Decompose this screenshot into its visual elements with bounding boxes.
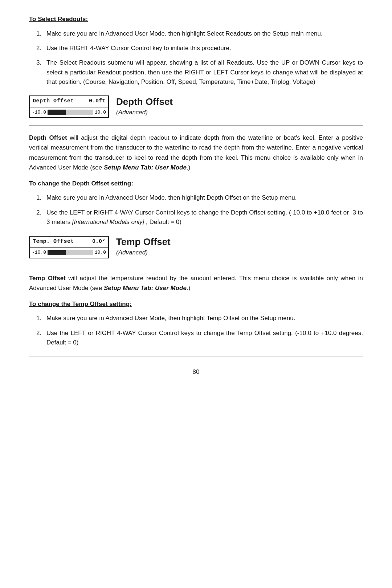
divider-after-temp-widget (29, 266, 363, 266)
depth-offset-widget-row: Depth Offset 0.0ft -10.0 10.0 Depth Offs… (29, 95, 363, 118)
list-num: 1. (36, 193, 46, 203)
change-temp-offset-heading: To change the Temp Offset setting: (29, 299, 363, 309)
temp-offset-slider-left: -10.0 (32, 249, 46, 256)
page-content: To Select Readouts: 1. Make sure you are… (29, 15, 363, 377)
temp-offset-slider-right: 10.0 (95, 249, 106, 256)
divider-after-depth-widget (29, 125, 363, 126)
temp-offset-title-col: Temp Offset (Advanced) (116, 237, 171, 257)
temp-offset-large-title: Temp Offset (116, 237, 171, 247)
list-item: 3. The Select Readouts submenu will appe… (29, 58, 363, 87)
depth-offset-subtitle: (Advanced) (116, 108, 173, 117)
list-num: 2. (36, 208, 46, 217)
list-num: 1. (36, 314, 46, 323)
depth-offset-slider-right: 10.0 (95, 109, 106, 116)
change-temp-offset-section: To change the Temp Offset setting: 1. Ma… (29, 299, 363, 348)
list-item: 1. Make sure you are in Advanced User Mo… (29, 193, 363, 203)
depth-offset-slider-filled (48, 110, 66, 115)
list-num: 2. (36, 328, 46, 338)
depth-offset-title-row: Depth Offset 0.0ft (30, 96, 108, 107)
depth-offset-step2-after: , Default = 0) (146, 219, 181, 225)
list-text: Make sure you are in Advanced User Mode,… (46, 193, 297, 203)
temp-offset-desc-text: will adjust the temperature readout by t… (29, 275, 363, 291)
depth-offset-bold-label: Depth Offset (29, 134, 67, 141)
list-text: Use the LEFT or RIGHT 4-WAY Cursor Contr… (46, 208, 363, 227)
depth-offset-slider-row: -10.0 10.0 (30, 107, 108, 118)
list-text: Use the RIGHT 4-WAY Cursor Control key t… (46, 44, 231, 53)
depth-offset-large-title: Depth Offset (116, 97, 173, 107)
list-text: Make sure you are in Advanced User Mode,… (46, 314, 295, 323)
temp-offset-slider-bar (48, 250, 93, 255)
temp-offset-slider-bar-container (48, 249, 93, 256)
temp-offset-widget-row: Temp. Offset 0.0° -10.0 10.0 Temp Offset… (29, 236, 363, 258)
list-item: 1. Make sure you are in Advanced User Mo… (29, 314, 363, 323)
change-depth-offset-section: To change the Depth Offset setting: 1. M… (29, 179, 363, 227)
depth-offset-widget: Depth Offset 0.0ft -10.0 10.0 (29, 95, 109, 118)
temp-offset-italic-ref: Setup Menu Tab: User Mode (104, 285, 187, 291)
temp-offset-description: Temp Offset will adjust the temperature … (29, 273, 363, 293)
depth-offset-italic-ref: Setup Menu Tab: User Mode (104, 164, 187, 171)
depth-offset-step2-italic: [International Models only] (72, 219, 144, 225)
list-num: 2. (36, 44, 46, 53)
temp-offset-bold-label: Temp Offset (29, 275, 66, 282)
temp-offset-title-row: Temp. Offset 0.0° (30, 237, 108, 248)
depth-offset-slider-bar (48, 110, 93, 115)
depth-offset-slider-left: -10.0 (32, 109, 46, 116)
list-item: 2. Use the RIGHT 4-WAY Cursor Control ke… (29, 44, 363, 53)
change-depth-offset-list: 1. Make sure you are in Advanced User Mo… (29, 193, 363, 227)
temp-offset-slider-filled (48, 250, 66, 255)
list-item: 1. Make sure you are in Advanced User Mo… (29, 29, 363, 38)
change-depth-offset-heading: To change the Depth Offset setting: (29, 179, 363, 188)
list-item: 2. Use the LEFT or RIGHT 4-WAY Cursor Co… (29, 328, 363, 348)
change-temp-offset-list: 1. Make sure you are in Advanced User Mo… (29, 314, 363, 347)
temp-offset-widget-title: Temp. Offset (33, 238, 74, 246)
depth-offset-description: Depth Offset will adjust the digital dep… (29, 133, 363, 172)
temp-offset-widget-value: 0.0° (92, 238, 105, 246)
list-num: 3. (36, 58, 46, 68)
select-readouts-section: To Select Readouts: 1. Make sure you are… (29, 15, 363, 87)
list-text: Make sure you are in Advanced User Mode,… (46, 29, 323, 38)
bottom-divider (29, 356, 363, 356)
page-number: 80 (29, 367, 363, 377)
list-item: 2. Use the LEFT or RIGHT 4-WAY Cursor Co… (29, 208, 363, 227)
depth-offset-title-col: Depth Offset (Advanced) (116, 97, 173, 117)
list-text: Use the LEFT or RIGHT 4-WAY Cursor Contr… (46, 328, 363, 348)
temp-offset-widget: Temp. Offset 0.0° -10.0 10.0 (29, 236, 109, 258)
list-text: The Select Readouts submenu will appear,… (46, 58, 363, 87)
select-readouts-heading: To Select Readouts: (29, 15, 363, 24)
temp-offset-subtitle: (Advanced) (116, 248, 171, 257)
temp-offset-slider-row: -10.0 10.0 (30, 248, 108, 258)
depth-offset-desc-text: will adjust the digital depth readout to… (29, 134, 363, 171)
select-readouts-list: 1. Make sure you are in Advanced User Mo… (29, 29, 363, 87)
list-num: 1. (36, 29, 46, 38)
depth-offset-widget-value: 0.0ft (89, 97, 105, 106)
depth-offset-slider-bar-container (48, 109, 93, 115)
depth-offset-widget-title: Depth Offset (33, 97, 74, 106)
